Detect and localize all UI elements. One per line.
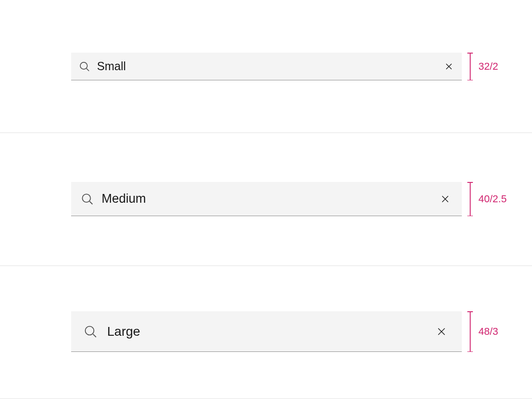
close-icon — [440, 194, 450, 204]
search-field-medium[interactable] — [71, 182, 462, 216]
svg-point-4 — [82, 194, 91, 202]
svg-point-8 — [85, 326, 94, 335]
dimension-annotation-small: 32/2 — [467, 53, 498, 80]
close-icon — [444, 62, 453, 71]
search-input-small[interactable] — [97, 60, 438, 73]
search-icon — [83, 324, 98, 339]
dimension-label: 40/2.5 — [478, 193, 507, 205]
svg-line-5 — [90, 201, 92, 204]
search-input-large[interactable] — [107, 324, 427, 339]
spec-small-section: 32/2 — [0, 0, 532, 133]
spec-large-section: 48/3 — [0, 266, 532, 399]
clear-button-medium[interactable] — [432, 186, 458, 212]
clear-button-large[interactable] — [427, 317, 456, 346]
svg-line-9 — [93, 334, 96, 337]
dimension-annotation-large: 48/3 — [467, 311, 498, 352]
search-input-medium[interactable] — [102, 192, 432, 206]
search-field-small[interactable] — [71, 53, 462, 80]
dimension-label: 32/2 — [478, 60, 498, 73]
close-icon — [436, 326, 447, 337]
dimension-label: 48/3 — [478, 326, 498, 338]
clear-button-small[interactable] — [438, 55, 460, 78]
spec-medium-section: 40/2.5 — [0, 133, 532, 266]
dimension-annotation-medium: 40/2.5 — [467, 182, 507, 216]
svg-point-0 — [80, 62, 87, 69]
svg-line-1 — [86, 68, 89, 71]
search-field-large[interactable] — [71, 311, 462, 352]
search-icon — [79, 60, 91, 73]
search-icon — [80, 192, 94, 206]
